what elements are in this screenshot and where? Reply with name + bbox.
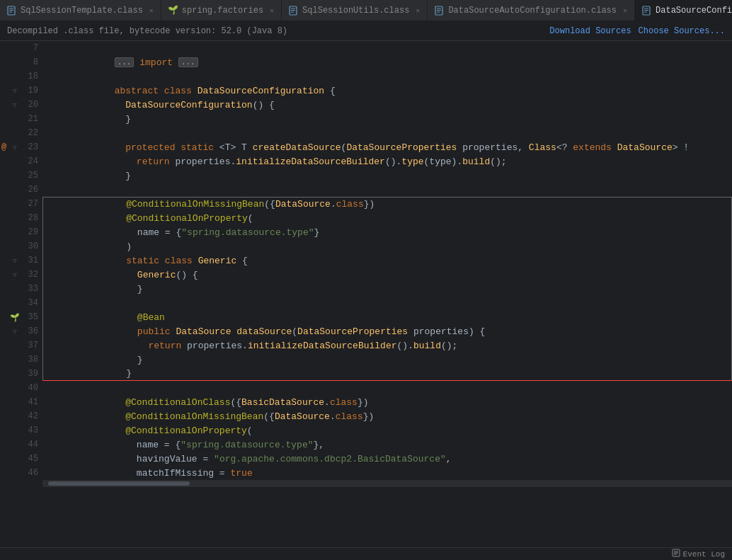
fold-icon-32[interactable]: ▽ <box>10 268 20 282</box>
gutter-line-31: ▽ 31 <box>0 253 42 268</box>
tab-close[interactable]: ✕ <box>416 6 420 15</box>
gutter-line-28: 28 <box>0 211 42 225</box>
gutter-line-36: ▽ 36 <box>0 324 42 338</box>
import-fold[interactable]: ... <box>115 57 135 67</box>
line-number-gutter: 7 8 18 ▽ 19 ▽ 20 <box>0 41 42 547</box>
fold-icon <box>10 225 20 239</box>
fold-icon <box>10 197 20 211</box>
fold-icon <box>10 154 20 168</box>
fold-icon <box>10 452 20 466</box>
fold-icon-31[interactable]: ▽ <box>10 253 20 268</box>
gutter-line-38: 38 <box>0 353 42 367</box>
gutter-line-30: 30 <box>0 239 42 253</box>
status-bar: Decompiled .class file, bytecode version… <box>0 21 732 41</box>
code-lines: ... import ... abstract class DataSource… <box>42 41 732 480</box>
status-actions: Download Sources Choose Sources... <box>549 26 725 36</box>
gutter-line-23: @ ▽ 23 <box>0 140 42 154</box>
code-line-45: havingValue = "org.apache.commons.dbcp2.… <box>42 452 732 466</box>
gutter-line-21: 21 <box>0 112 42 126</box>
event-log-icon <box>672 549 680 559</box>
gutter-line-34: 34 <box>0 296 42 310</box>
gutter-line-46: 46 <box>0 466 42 480</box>
fold-icon <box>10 353 20 367</box>
code-line-34 <box>42 296 732 310</box>
gutter-line-35: 🌱 35 <box>0 310 42 324</box>
choose-sources-link[interactable]: Choose Sources... <box>639 26 725 36</box>
gutter-line-37: 37 <box>0 338 42 353</box>
gutter-line-40: 40 <box>0 381 42 395</box>
tab-datasourceauto[interactable]: DataSourceAutoConfiguration.class ✕ <box>428 0 635 21</box>
code-line-30: ) <box>42 239 732 253</box>
code-line-18 <box>42 69 732 84</box>
code-editor[interactable]: ... import ... abstract class DataSource… <box>42 41 732 547</box>
code-line-19: abstract class DataSourceConfiguration { <box>42 84 732 98</box>
fold-icon <box>10 168 20 183</box>
tab-spring-factories[interactable]: 🌱 spring.factories ✕ <box>161 0 282 21</box>
code-line-20: DataSourceConfiguration() { <box>42 98 732 112</box>
code-line-42: @ConditionalOnMissingBean({DataSource.cl… <box>42 409 732 423</box>
gutter-line-18: 18 <box>0 69 42 84</box>
gutter-line-7: 7 <box>0 41 42 55</box>
code-line-33: } <box>42 282 732 296</box>
gutter-line-43: 43 <box>0 423 42 438</box>
code-line-32: Generic() { <box>42 268 732 282</box>
fold-icon <box>10 438 20 452</box>
code-line-25: } <box>42 168 732 183</box>
fold-icon-19[interactable]: ▽ <box>10 84 20 98</box>
event-log-label[interactable]: Event Log <box>683 550 725 559</box>
tab-label: SqlSessionTemplate.class <box>21 6 143 16</box>
code-line-7 <box>42 41 732 55</box>
code-line-35: @Bean <box>42 310 732 324</box>
gutter-line-19: ▽ 19 <box>0 84 42 98</box>
download-sources-link[interactable]: Download Sources <box>549 26 631 36</box>
code-line-31: static class Generic { <box>42 253 732 268</box>
fold-icon-20[interactable]: ▽ <box>10 98 20 112</box>
tab-sqlsessionutils[interactable]: SqlSessionUtils.class ✕ <box>282 0 428 21</box>
tab-bar: SqlSessionTemplate.class ✕ 🌱 spring.fact… <box>0 0 732 21</box>
spring-icon: 🌱 <box>168 6 178 16</box>
tab-close[interactable]: ✕ <box>149 6 154 15</box>
fold-icon <box>10 338 20 353</box>
code-line-39: } <box>42 367 732 381</box>
tab-sqlsessiontemplate[interactable]: SqlSessionTemplate.class ✕ <box>0 0 161 21</box>
code-line-44: name = {"spring.datasource.type"}, <box>42 438 732 452</box>
scrollbar-thumb[interactable] <box>48 481 190 486</box>
fold-icon-23[interactable]: ▽ <box>10 140 20 154</box>
code-line-41: @ConditionalOnClass({BasicDataSource.cla… <box>42 395 732 409</box>
code-line-43: @ConditionalOnProperty( <box>42 423 732 438</box>
fold-icon <box>10 282 20 296</box>
import-collapsed[interactable]: ... <box>178 57 198 67</box>
class-file-icon <box>289 6 299 16</box>
gutter-line-32: ▽ 32 <box>0 268 42 282</box>
fold-icon <box>10 423 20 438</box>
code-line-8: ... import ... <box>42 55 732 69</box>
fold-icon <box>10 367 20 381</box>
fold-icon <box>10 126 20 140</box>
bottom-bar: Event Log <box>0 547 732 560</box>
tab-datasourceconfig[interactable]: DataSourceConfiguration.class ✕ <box>635 0 732 21</box>
gutter-line-26: 26 <box>0 183 42 197</box>
tab-label: DataSourceAutoConfiguration.class <box>448 6 617 16</box>
bean-icon: 🌱 <box>10 310 20 324</box>
class-file-icon <box>642 6 652 16</box>
gutter-line-22: 22 <box>0 126 42 140</box>
code-line-27: @ConditionalOnMissingBean({DataSource.cl… <box>42 197 732 211</box>
code-line-21: } <box>42 112 732 126</box>
gutter-line-41: 41 <box>0 395 42 409</box>
horizontal-scrollbar[interactable] <box>42 480 732 487</box>
tab-close[interactable]: ✕ <box>270 6 274 15</box>
fold-icon <box>10 183 20 197</box>
fold-icon <box>10 381 20 395</box>
fold-icon <box>10 69 20 84</box>
gutter-line-27: 27 <box>0 197 42 211</box>
fold-icon <box>10 395 20 409</box>
code-line-29: name = {"spring.datasource.type"} <box>42 225 732 239</box>
code-line-37: return properties.initializeDataSourceBu… <box>42 338 732 353</box>
fold-icon <box>10 466 20 480</box>
tab-close[interactable]: ✕ <box>623 6 627 15</box>
fold-icon-36[interactable]: ▽ <box>10 324 20 338</box>
tab-label: spring.factories <box>182 6 263 16</box>
fold-icon <box>10 41 20 55</box>
code-line-24: return properties.initializeDataSourceBu… <box>42 154 732 168</box>
code-line-46: matchIfMissing = true <box>42 466 732 480</box>
